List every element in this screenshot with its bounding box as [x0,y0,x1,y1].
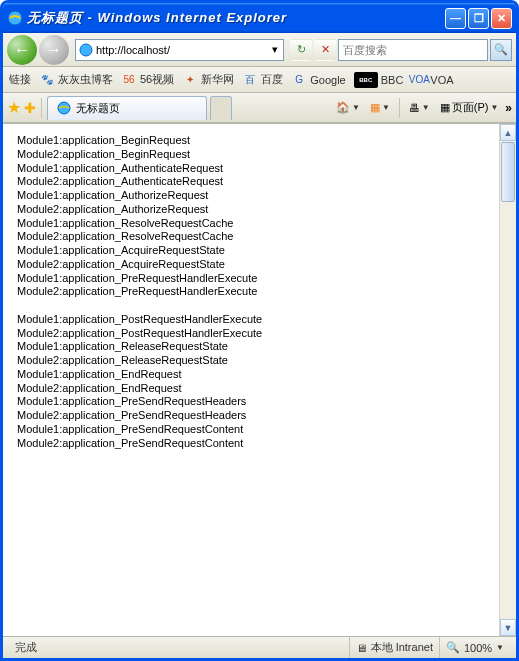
new-tab-button[interactable] [210,96,232,120]
body-line: Module1:application_PreSendRequestHeader… [17,395,502,409]
dropdown-arrow-icon: ▼ [490,103,498,112]
address-input[interactable] [96,41,267,59]
body-line [17,299,502,313]
window-buttons: — ❐ ✕ [445,8,512,29]
svg-point-1 [80,44,92,56]
window-title: 无标题页 - Windows Internet Explorer [27,9,445,27]
favorite-link[interactable]: VOAVOA [411,72,453,88]
favorite-icon: 百 [242,72,258,88]
address-bar[interactable]: ▾ [75,39,284,61]
favorite-link[interactable]: ✦新华网 [182,72,234,88]
favorite-label: 56视频 [140,72,174,87]
favorite-link[interactable]: 5656视频 [121,72,174,88]
page-menu-button[interactable]: ▦页面(P)▼ [437,97,502,119]
tab-label: 无标题页 [76,101,120,116]
body-line: Module1:application_AcquireRequestState [17,244,502,258]
body-line: Module1:application_PostRequestHandlerEx… [17,313,502,327]
body-line: Module2:application_EndRequest [17,382,502,396]
refresh-button[interactable]: ↻ [290,39,312,61]
status-text: 完成 [9,637,43,658]
body-line: Module1:application_AuthorizeRequest [17,189,502,203]
body-line: Module1:application_ResolveRequestCache [17,217,502,231]
overflow-chevron-icon[interactable]: » [505,101,512,115]
links-label: 链接 [9,72,31,87]
status-bar: 完成 🖥本地 Intranet 🔍100%▼ [3,636,516,658]
favorite-label: 百度 [261,72,283,87]
back-button[interactable]: ← [7,35,37,65]
favorites-list: 🐾灰灰虫博客5656视频✦新华网百百度GGoogleBBCBBCVOAVOA [39,72,454,88]
add-favorite-icon[interactable]: ✚ [24,100,36,116]
links-toolbar: 链接 🐾灰灰虫博客5656视频✦新华网百百度GGoogleBBCBBCVOAVO… [3,67,516,93]
home-button[interactable]: 🏠▼ [333,97,363,119]
favorite-label: 新华网 [201,72,234,87]
page-icon [78,42,94,58]
feeds-button[interactable]: ▦▼ [367,97,393,119]
favorite-icon: VOA [411,72,427,88]
favorite-icon: BBC [354,72,378,88]
favorite-label: 灰灰虫博客 [58,72,113,87]
zone-icon: 🖥 [356,642,367,654]
page-icon: ▦ [440,101,450,114]
scroll-thumb[interactable] [501,142,515,202]
ie-icon [56,100,72,116]
zone-label: 本地 Intranet [371,640,433,655]
body-line: Module2:application_AuthorizeRequest [17,203,502,217]
search-input[interactable] [339,41,487,59]
zoom-label: 100% [464,642,492,654]
body-line: Module1:application_PreRequestHandlerExe… [17,272,502,286]
forward-button[interactable]: → [39,35,69,65]
favorite-link[interactable]: 百百度 [242,72,283,88]
scroll-down-button[interactable]: ▼ [500,619,516,636]
zoom-icon: 🔍 [446,641,460,654]
body-line: Module2:application_BeginRequest [17,148,502,162]
favorite-label: VOA [430,74,453,86]
favorite-link[interactable]: 🐾灰灰虫博客 [39,72,113,88]
address-dropdown[interactable]: ▾ [267,43,283,56]
minimize-button[interactable]: — [445,8,466,29]
zoom-section[interactable]: 🔍100%▼ [439,637,510,658]
favorite-icon: 🐾 [39,72,55,88]
tab-active[interactable]: 无标题页 [47,96,207,120]
body-line: Module1:application_BeginRequest [17,134,502,148]
print-button[interactable]: 🖶▼ [406,97,433,119]
dropdown-arrow-icon: ▼ [496,643,504,652]
titlebar[interactable]: 无标题页 - Windows Internet Explorer — ❐ ✕ [3,3,516,33]
body-line: Module1:application_EndRequest [17,368,502,382]
favorite-icon: G [291,72,307,88]
window: 无标题页 - Windows Internet Explorer — ❐ ✕ ←… [0,0,519,661]
zone-section[interactable]: 🖥本地 Intranet [349,637,439,658]
separator [41,98,42,118]
stop-button[interactable]: ✕ [314,39,336,61]
favorite-label: Google [310,74,345,86]
search-button[interactable]: 🔍 [490,39,512,61]
body-line: Module2:application_ResolveRequestCache [17,230,502,244]
search-box[interactable] [338,39,488,61]
tab-toolbar: ★ ✚ 无标题页 🏠▼ ▦▼ 🖶▼ ▦页面(P)▼ » [3,93,516,123]
nav-toolbar: ← → ▾ ↻ ✕ 🔍 [3,33,516,67]
body-line: Module1:application_ReleaseRequestState [17,340,502,354]
content-area: Module1:application_BeginRequestModule2:… [3,123,516,636]
close-button[interactable]: ✕ [491,8,512,29]
favorite-icon: ✦ [182,72,198,88]
favorite-label: BBC [381,74,404,86]
scrollbar[interactable]: ▲ ▼ [499,124,516,636]
favorites-star-icon[interactable]: ★ [7,98,21,117]
favorite-link[interactable]: GGoogle [291,72,345,88]
page-body: Module1:application_BeginRequestModule2:… [3,124,516,460]
maximize-button[interactable]: ❐ [468,8,489,29]
body-line: Module2:application_AcquireRequestState [17,258,502,272]
body-line: Module2:application_PreRequestHandlerExe… [17,285,502,299]
body-line: Module2:application_ReleaseRequestState [17,354,502,368]
dropdown-arrow-icon: ▼ [422,103,430,112]
dropdown-arrow-icon: ▼ [382,103,390,112]
body-line: Module2:application_PostRequestHandlerEx… [17,327,502,341]
body-line: Module2:application_AuthenticateRequest [17,175,502,189]
scroll-up-button[interactable]: ▲ [500,124,516,141]
body-line: Module1:application_PreSendRequestConten… [17,423,502,437]
ie-icon [7,10,23,26]
body-line: Module2:application_PreSendRequestHeader… [17,409,502,423]
favorite-link[interactable]: BBCBBC [354,72,404,88]
dropdown-arrow-icon: ▼ [352,103,360,112]
body-line: Module2:application_PreSendRequestConten… [17,437,502,451]
body-line: Module1:application_AuthenticateRequest [17,162,502,176]
